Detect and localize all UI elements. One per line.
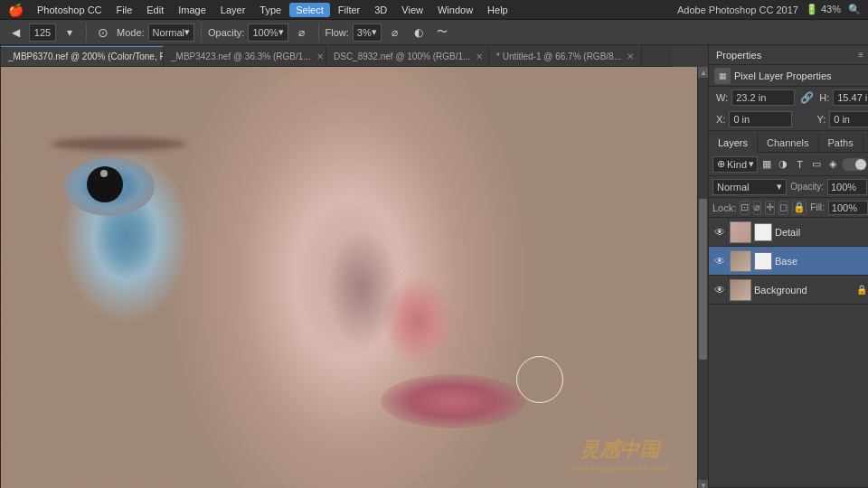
properties-panel: Properties ≡ ▦ Pixel Layer Properties W:… [709, 45, 868, 131]
back-button[interactable]: ◀ [5, 23, 25, 42]
airbrush-icon[interactable]: ◐ [409, 23, 429, 42]
detail-visibility[interactable]: 👁 [712, 225, 727, 239]
layers-empty-space [709, 305, 868, 487]
flow-label: Flow: [326, 27, 349, 38]
menu-type[interactable]: Type [253, 3, 288, 17]
tab-2[interactable]: _MBP3423.nef @ 36.3% (RGB/1... ✕ [164, 46, 326, 66]
wh-row: W: 🔗 H: [709, 87, 868, 108]
lock-position-btn[interactable]: ✛ [765, 201, 775, 215]
filter-smart-btn[interactable]: ◈ [826, 156, 840, 173]
layer-detail[interactable]: 👁 Detail [709, 218, 868, 247]
tab-4[interactable]: * Untitled-1 @ 66.7% (RGB/8... ✕ [489, 46, 642, 66]
search-icon[interactable]: 🔍 [848, 4, 861, 15]
blend-opacity-row: Normal ▾ Opacity: [709, 176, 868, 198]
canvas[interactable]: 灵感中国 www.lingganchina.com [1, 67, 697, 488]
menu-filter[interactable]: Filter [332, 3, 366, 17]
menu-window[interactable]: Window [431, 3, 479, 17]
scroll-track[interactable] [698, 78, 708, 480]
filter-pixel-btn[interactable]: ▦ [760, 156, 774, 173]
tab-2-label: _MBP3423.nef @ 36.3% (RGB/1... [171, 52, 311, 61]
battery-icon: 🔋 43% [806, 4, 841, 15]
layer-background[interactable]: 👁 Background 🔒 [709, 276, 868, 305]
pixel-layer-label: Pixel Layer Properties [734, 70, 832, 81]
layers-options-btn[interactable]: ≡ [863, 134, 868, 152]
x-input[interactable] [729, 111, 792, 127]
lock-artboard-btn[interactable]: ◻ [778, 201, 788, 215]
filter-type-btn[interactable]: T [792, 156, 807, 173]
lock-all-btn[interactable]: 🔒 [792, 201, 807, 215]
smooth-icon[interactable]: 〜 [432, 23, 452, 42]
brush-preset-picker[interactable]: ▾ [60, 23, 80, 42]
right-panel: Properties ≡ ▦ Pixel Layer Properties W:… [708, 45, 868, 488]
filter-shape-btn[interactable]: ▭ [809, 156, 824, 173]
layers-tabs: Layers Channels Paths ≡ [709, 131, 868, 153]
filter-adj-btn[interactable]: ◑ [776, 156, 790, 173]
flow-jitter-icon[interactable]: ⌀ [385, 23, 405, 42]
y-label: Y: [816, 114, 826, 125]
layer-base[interactable]: 👁 Base [709, 247, 868, 276]
tab-4-close[interactable]: ✕ [627, 52, 634, 61]
fill-input[interactable] [828, 201, 868, 215]
menu-photoshop[interactable]: Photoshop CC [31, 3, 108, 17]
paths-tab[interactable]: Paths [819, 134, 863, 152]
brush-settings-icon[interactable]: ⊙ [93, 23, 113, 42]
channels-tab[interactable]: Channels [758, 134, 818, 152]
bg-visibility[interactable]: 👁 [712, 283, 727, 297]
scroll-thumb[interactable] [699, 199, 707, 360]
filter-kind-label: Kind [727, 159, 747, 170]
panel-collapse-btn[interactable]: ≡ [858, 50, 863, 60]
flow-dropdown[interactable]: 3% ▾ [353, 23, 382, 42]
menu-file[interactable]: File [110, 3, 139, 17]
base-visibility[interactable]: 👁 [712, 254, 727, 268]
menu-3d[interactable]: 3D [368, 3, 393, 17]
menu-bar: 🍎 Photoshop CC File Edit Image Layer Typ… [0, 0, 868, 20]
menu-right: Adobe Photoshop CC 2017 🔋 43% 🔍 [677, 4, 861, 15]
lock-row: Lock: ⊡ ⌀ ✛ ◻ 🔒 Fill: [709, 198, 868, 218]
vertical-scrollbar[interactable]: ▲ ▼ [697, 67, 708, 488]
menu-select[interactable]: Select [289, 3, 330, 17]
opacity-dropdown[interactable]: 100% ▾ [248, 23, 288, 42]
tab-1[interactable]: _MBP6370.nef @ 200% (Color/Tone, RGB/16*… [1, 46, 164, 66]
menu-view[interactable]: View [395, 3, 429, 17]
menu-layer[interactable]: Layer [214, 3, 252, 17]
options-bar: ◀ 125 ▾ ⊙ Mode: Normal ▾ Opacity: 100% ▾… [0, 20, 868, 45]
h-input[interactable] [833, 89, 868, 106]
lock-label: Lock: [712, 202, 736, 213]
lock-transparent-btn[interactable]: ⊡ [740, 201, 750, 215]
filter-toggle[interactable] [842, 158, 867, 171]
menu-edit[interactable]: Edit [140, 3, 170, 17]
bg-thumbnail [730, 279, 751, 301]
tab-3[interactable]: DSC_8932.nef @ 100% (RGB/1... ✕ [326, 46, 489, 66]
apple-menu[interactable]: 🍎 [7, 2, 24, 18]
detail-mask[interactable] [754, 223, 772, 241]
tab-3-close[interactable]: ✕ [476, 52, 483, 61]
lock-pixels-btn[interactable]: ⌀ [753, 201, 761, 215]
opacity-input[interactable] [827, 179, 867, 195]
menu-image[interactable]: Image [172, 3, 212, 17]
filter-toggle-track[interactable] [842, 158, 867, 171]
separator-3 [318, 23, 319, 42]
link-icon[interactable]: 🔗 [800, 91, 814, 104]
main-area: ✛ ▸ ⬚ ▸ ⊙ ▸ ✦ ▸ ⊡ ▸ ⊘ ▸ ⊕ ▸ ⌀ ▸ [0, 45, 868, 488]
filter-toggle-thumb [855, 159, 866, 170]
blend-mode-dropdown[interactable]: Normal ▾ [712, 179, 787, 195]
content-area: _MBP6370.nef @ 200% (Color/Tone, RGB/16*… [1, 45, 708, 488]
w-label: W: [716, 92, 728, 103]
layers-tab[interactable]: Layers [709, 134, 758, 153]
tab-2-close[interactable]: ✕ [316, 52, 324, 61]
tab-4-label: * Untitled-1 @ 66.7% (RGB/8... [496, 52, 621, 61]
menu-help[interactable]: Help [481, 3, 514, 17]
base-mask[interactable] [754, 252, 772, 270]
fill-label: Fill: [810, 202, 825, 212]
y-input[interactable] [829, 111, 868, 127]
filter-kind-dropdown[interactable]: ⊕ Kind ▾ [712, 156, 758, 173]
base-thumbnail [730, 250, 751, 272]
mode-dropdown[interactable]: Normal ▾ [148, 23, 194, 42]
base-name: Base [775, 256, 867, 267]
tab-3-label: DSC_8932.nef @ 100% (RGB/1... [334, 52, 470, 61]
w-input[interactable] [731, 89, 795, 106]
opacity-jitter-icon[interactable]: ⌀ [292, 23, 312, 42]
pixel-layer-icon: ▦ [714, 68, 731, 84]
nose-shadow [326, 230, 399, 347]
blend-mode-value: Normal [717, 182, 749, 192]
